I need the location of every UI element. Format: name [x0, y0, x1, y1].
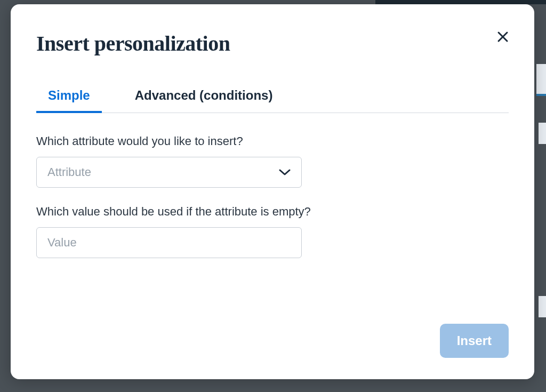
modal-title: Insert personalization: [36, 31, 230, 56]
fallback-field-group: Which value should be used if the attrib…: [36, 205, 509, 258]
fallback-label: Which value should be used if the attrib…: [36, 205, 509, 219]
modal-footer: Insert: [36, 308, 509, 358]
obscured-bg-shape: [539, 296, 546, 317]
tab-advanced[interactable]: Advanced (conditions): [134, 88, 274, 113]
attribute-select[interactable]: Attribute: [36, 157, 302, 188]
obscured-bg-shape: [539, 123, 546, 144]
fallback-input[interactable]: [36, 227, 302, 258]
insert-personalization-modal: Insert personalization Simple Advanced (…: [11, 4, 534, 379]
attribute-field-group: Which attribute would you like to insert…: [36, 134, 509, 188]
tab-simple[interactable]: Simple: [47, 88, 91, 113]
close-button[interactable]: [495, 29, 511, 45]
attribute-select-placeholder: Attribute: [47, 165, 91, 179]
obscured-header-strip: [375, 0, 546, 4]
obscured-bg-shape: [536, 64, 546, 96]
form-area: Which attribute would you like to insert…: [36, 134, 509, 258]
attribute-label: Which attribute would you like to insert…: [36, 134, 509, 148]
tabs: Simple Advanced (conditions): [36, 88, 509, 113]
close-icon: [497, 36, 509, 44]
insert-button[interactable]: Insert: [440, 324, 509, 358]
chevron-down-icon: [279, 169, 291, 176]
modal-header: Insert personalization: [36, 31, 509, 56]
